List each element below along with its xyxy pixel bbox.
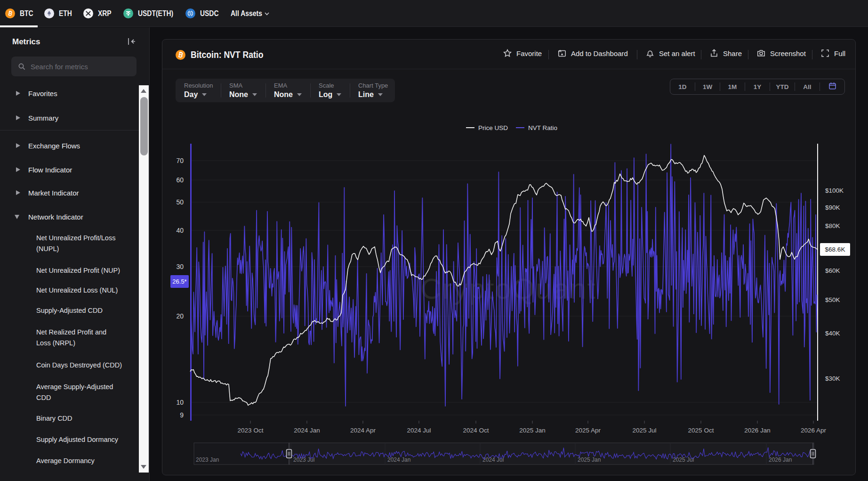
svg-text:2026 Jan: 2026 Jan <box>769 457 792 463</box>
svg-text:70: 70 <box>176 157 184 164</box>
svg-text:2025 Apr: 2025 Apr <box>575 427 601 434</box>
svg-text:2024 Jan: 2024 Jan <box>294 427 320 434</box>
svg-text:$100K: $100K <box>825 187 844 194</box>
svg-text:2023 Jul: 2023 Jul <box>293 457 314 463</box>
svg-text:2025 Jan: 2025 Jan <box>519 427 546 434</box>
svg-text:NVT Ratio: NVT Ratio <box>528 124 557 131</box>
svg-text:Price USD: Price USD <box>478 124 508 131</box>
svg-text:2024 Jul: 2024 Jul <box>407 427 431 434</box>
svg-text:2024 Apr: 2024 Apr <box>350 427 376 434</box>
svg-text:2024 Oct: 2024 Oct <box>463 427 489 434</box>
svg-text:2026 Apr: 2026 Apr <box>801 427 827 434</box>
svg-text:$40K: $40K <box>825 330 840 337</box>
svg-text:2025 Jan: 2025 Jan <box>578 457 601 463</box>
svg-text:2026 Jan: 2026 Jan <box>744 427 771 434</box>
svg-text:10: 10 <box>176 399 184 406</box>
svg-text:40: 40 <box>176 227 184 234</box>
svg-text:30: 30 <box>176 263 184 270</box>
svg-text:26.5*: 26.5* <box>172 278 186 285</box>
svg-text:$90K: $90K <box>825 204 840 211</box>
svg-text:$50K: $50K <box>825 296 840 303</box>
svg-text:60: 60 <box>176 176 184 184</box>
svg-text:2023 Oct: 2023 Oct <box>238 427 264 434</box>
svg-text:$68.6K: $68.6K <box>825 246 845 253</box>
svg-text:2024 Jul: 2024 Jul <box>482 457 504 463</box>
svg-text:2023 Jan: 2023 Jan <box>196 457 219 463</box>
svg-text:2025 Oct: 2025 Oct <box>688 427 714 434</box>
svg-text:50: 50 <box>176 198 184 206</box>
svg-text:20: 20 <box>176 312 184 320</box>
svg-text:9: 9 <box>180 411 184 419</box>
svg-text:2025 Jul: 2025 Jul <box>632 427 656 434</box>
svg-text:$30K: $30K <box>825 375 840 382</box>
svg-text:$60K: $60K <box>825 267 840 274</box>
svg-text:$80K: $80K <box>825 222 840 229</box>
